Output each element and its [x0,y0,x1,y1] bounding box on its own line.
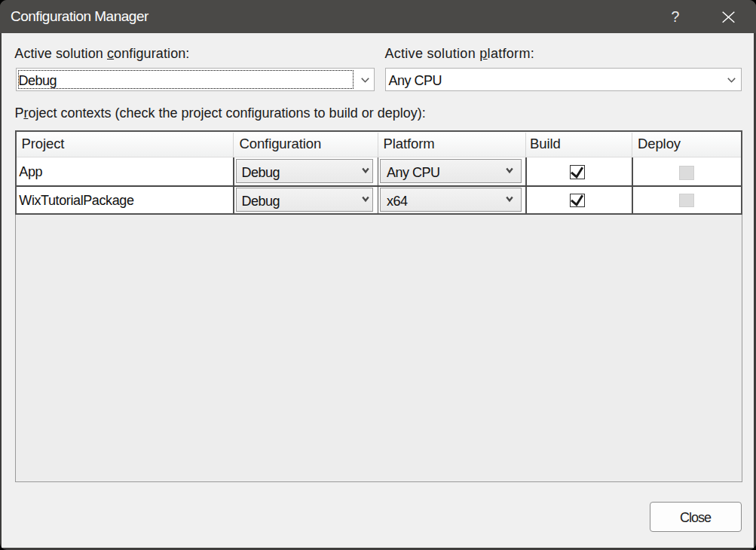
svg-text:?: ? [672,8,680,25]
